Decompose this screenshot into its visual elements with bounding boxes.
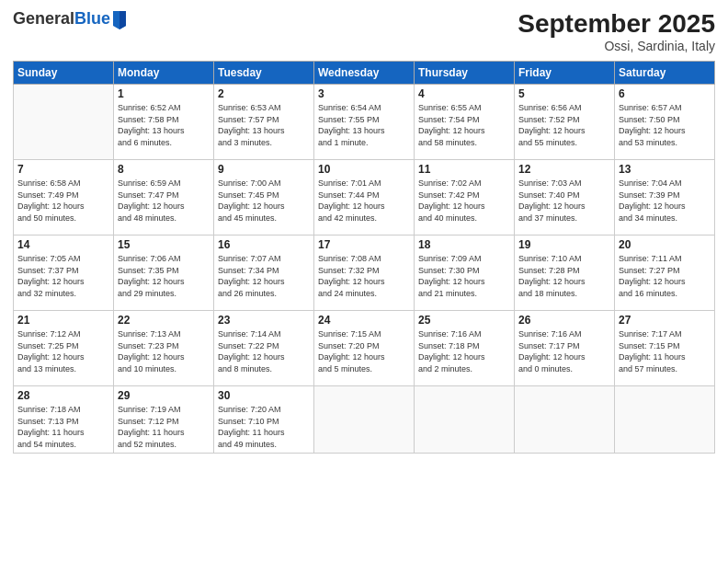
- calendar-cell: [14, 85, 114, 160]
- day-number: 12: [518, 163, 610, 176]
- calendar-cell: 28Sunrise: 7:18 AM Sunset: 7:13 PM Dayli…: [14, 386, 114, 454]
- calendar-cell: 20Sunrise: 7:11 AM Sunset: 7:27 PM Dayli…: [615, 236, 715, 311]
- day-number: 15: [118, 238, 210, 251]
- calendar-cell: 27Sunrise: 7:17 AM Sunset: 7:15 PM Dayli…: [615, 311, 715, 386]
- day-info: Sunrise: 7:04 AM Sunset: 7:39 PM Dayligh…: [619, 178, 711, 224]
- calendar-cell: 23Sunrise: 7:14 AM Sunset: 7:22 PM Dayli…: [214, 311, 314, 386]
- day-info: Sunrise: 7:16 AM Sunset: 7:17 PM Dayligh…: [518, 328, 610, 374]
- logo-general: GeneralBlue: [13, 10, 110, 29]
- calendar-table: SundayMondayTuesdayWednesdayThursdayFrid…: [13, 61, 715, 454]
- day-number: 14: [17, 238, 109, 251]
- day-info: Sunrise: 7:17 AM Sunset: 7:15 PM Dayligh…: [619, 328, 711, 374]
- day-info: Sunrise: 7:09 AM Sunset: 7:30 PM Dayligh…: [418, 253, 510, 299]
- header: GeneralBlue September 2025 Ossi, Sardini…: [13, 9, 715, 53]
- day-info: Sunrise: 6:58 AM Sunset: 7:49 PM Dayligh…: [17, 178, 109, 224]
- calendar-week-row: 14Sunrise: 7:05 AM Sunset: 7:37 PM Dayli…: [14, 236, 715, 311]
- calendar-cell: 25Sunrise: 7:16 AM Sunset: 7:18 PM Dayli…: [415, 311, 515, 386]
- calendar-cell: 13Sunrise: 7:04 AM Sunset: 7:39 PM Dayli…: [615, 160, 715, 236]
- calendar-cell: 18Sunrise: 7:09 AM Sunset: 7:30 PM Dayli…: [415, 236, 515, 311]
- calendar-cell: 2Sunrise: 6:53 AM Sunset: 7:57 PM Daylig…: [214, 85, 314, 160]
- day-info: Sunrise: 7:16 AM Sunset: 7:18 PM Dayligh…: [418, 328, 510, 374]
- day-info: Sunrise: 7:00 AM Sunset: 7:45 PM Dayligh…: [218, 178, 310, 224]
- calendar-cell: 3Sunrise: 6:54 AM Sunset: 7:55 PM Daylig…: [314, 85, 415, 160]
- logo: GeneralBlue: [13, 9, 128, 29]
- calendar-cell: [415, 386, 515, 454]
- day-info: Sunrise: 7:20 AM Sunset: 7:10 PM Dayligh…: [218, 404, 310, 450]
- day-of-week-header: Tuesday: [214, 62, 314, 85]
- calendar-cell: 9Sunrise: 7:00 AM Sunset: 7:45 PM Daylig…: [214, 160, 314, 236]
- page: GeneralBlue September 2025 Ossi, Sardini…: [0, 0, 728, 563]
- day-of-week-header: Thursday: [415, 62, 515, 85]
- day-number: 17: [318, 238, 410, 251]
- day-number: 6: [619, 87, 711, 100]
- day-info: Sunrise: 7:05 AM Sunset: 7:37 PM Dayligh…: [17, 253, 109, 299]
- day-number: 11: [418, 163, 510, 176]
- day-info: Sunrise: 7:07 AM Sunset: 7:34 PM Dayligh…: [218, 253, 310, 299]
- day-info: Sunrise: 7:06 AM Sunset: 7:35 PM Dayligh…: [118, 253, 210, 299]
- day-number: 28: [17, 389, 109, 402]
- calendar-cell: 10Sunrise: 7:01 AM Sunset: 7:44 PM Dayli…: [314, 160, 415, 236]
- calendar-cell: [314, 386, 415, 454]
- calendar-cell: [515, 386, 615, 454]
- day-number: 24: [318, 314, 410, 327]
- location: Ossi, Sardinia, Italy: [518, 39, 715, 53]
- day-of-week-header: Sunday: [14, 62, 114, 85]
- day-of-week-header: Saturday: [615, 62, 715, 85]
- logo-icon: [111, 9, 128, 29]
- day-number: 10: [318, 163, 410, 176]
- calendar-week-row: 7Sunrise: 6:58 AM Sunset: 7:49 PM Daylig…: [14, 160, 715, 236]
- calendar-body: 1Sunrise: 6:52 AM Sunset: 7:58 PM Daylig…: [14, 85, 715, 454]
- calendar-cell: 14Sunrise: 7:05 AM Sunset: 7:37 PM Dayli…: [14, 236, 114, 311]
- title-area: September 2025 Ossi, Sardinia, Italy: [518, 9, 715, 53]
- day-info: Sunrise: 6:56 AM Sunset: 7:52 PM Dayligh…: [518, 102, 610, 148]
- day-number: 26: [518, 314, 610, 327]
- day-info: Sunrise: 7:18 AM Sunset: 7:13 PM Dayligh…: [17, 404, 109, 450]
- calendar-cell: [615, 386, 715, 454]
- day-number: 16: [218, 238, 310, 251]
- calendar-cell: 15Sunrise: 7:06 AM Sunset: 7:35 PM Dayli…: [114, 236, 214, 311]
- day-info: Sunrise: 6:53 AM Sunset: 7:57 PM Dayligh…: [218, 102, 310, 148]
- day-number: 25: [418, 314, 510, 327]
- day-number: 2: [218, 87, 310, 100]
- day-number: 3: [318, 87, 410, 100]
- calendar-cell: 6Sunrise: 6:57 AM Sunset: 7:50 PM Daylig…: [615, 85, 715, 160]
- day-number: 13: [619, 163, 711, 176]
- calendar-cell: 30Sunrise: 7:20 AM Sunset: 7:10 PM Dayli…: [214, 386, 314, 454]
- calendar-cell: 11Sunrise: 7:02 AM Sunset: 7:42 PM Dayli…: [415, 160, 515, 236]
- day-number: 9: [218, 163, 310, 176]
- calendar-cell: 12Sunrise: 7:03 AM Sunset: 7:40 PM Dayli…: [515, 160, 615, 236]
- day-info: Sunrise: 7:12 AM Sunset: 7:25 PM Dayligh…: [17, 328, 109, 374]
- day-number: 18: [418, 238, 510, 251]
- calendar-cell: 4Sunrise: 6:55 AM Sunset: 7:54 PM Daylig…: [415, 85, 515, 160]
- calendar-cell: 24Sunrise: 7:15 AM Sunset: 7:20 PM Dayli…: [314, 311, 415, 386]
- calendar-cell: 1Sunrise: 6:52 AM Sunset: 7:58 PM Daylig…: [114, 85, 214, 160]
- day-info: Sunrise: 7:14 AM Sunset: 7:22 PM Dayligh…: [218, 328, 310, 374]
- day-info: Sunrise: 7:02 AM Sunset: 7:42 PM Dayligh…: [418, 178, 510, 224]
- month-title: September 2025: [518, 9, 715, 39]
- calendar-cell: 17Sunrise: 7:08 AM Sunset: 7:32 PM Dayli…: [314, 236, 415, 311]
- day-info: Sunrise: 7:10 AM Sunset: 7:28 PM Dayligh…: [518, 253, 610, 299]
- day-number: 21: [17, 314, 109, 327]
- svg-marker-1: [119, 11, 126, 29]
- day-number: 8: [118, 163, 210, 176]
- day-of-week-header: Friday: [515, 62, 615, 85]
- calendar-cell: 21Sunrise: 7:12 AM Sunset: 7:25 PM Dayli…: [14, 311, 114, 386]
- day-number: 19: [518, 238, 610, 251]
- day-of-week-header: Wednesday: [314, 62, 415, 85]
- calendar-week-row: 28Sunrise: 7:18 AM Sunset: 7:13 PM Dayli…: [14, 386, 715, 454]
- day-number: 20: [619, 238, 711, 251]
- day-number: 22: [118, 314, 210, 327]
- day-info: Sunrise: 7:08 AM Sunset: 7:32 PM Dayligh…: [318, 253, 410, 299]
- calendar-cell: 8Sunrise: 6:59 AM Sunset: 7:47 PM Daylig…: [114, 160, 214, 236]
- day-number: 1: [118, 87, 210, 100]
- calendar-cell: 26Sunrise: 7:16 AM Sunset: 7:17 PM Dayli…: [515, 311, 615, 386]
- day-number: 4: [418, 87, 510, 100]
- day-info: Sunrise: 7:13 AM Sunset: 7:23 PM Dayligh…: [118, 328, 210, 374]
- day-info: Sunrise: 7:11 AM Sunset: 7:27 PM Dayligh…: [619, 253, 711, 299]
- day-number: 23: [218, 314, 310, 327]
- day-info: Sunrise: 7:01 AM Sunset: 7:44 PM Dayligh…: [318, 178, 410, 224]
- calendar-cell: 29Sunrise: 7:19 AM Sunset: 7:12 PM Dayli…: [114, 386, 214, 454]
- day-of-week-header: Monday: [114, 62, 214, 85]
- day-info: Sunrise: 7:19 AM Sunset: 7:12 PM Dayligh…: [118, 404, 210, 450]
- day-number: 30: [218, 389, 310, 402]
